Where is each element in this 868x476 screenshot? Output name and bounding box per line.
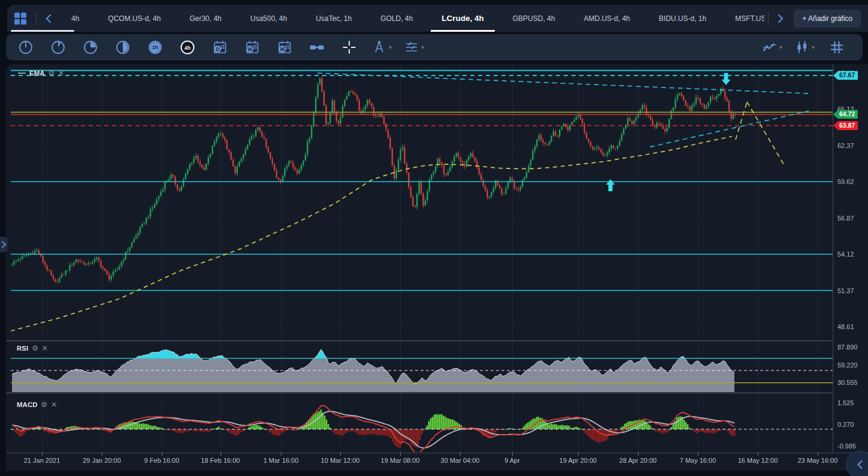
tab-label: GBPUSD, 4h (513, 14, 555, 23)
price-axis-label: 56.87 (837, 215, 854, 222)
tab-bidu-us-d-1h[interactable]: BIDU.US-d, 1h (645, 5, 721, 32)
chart-type-candles-icon (794, 40, 810, 55)
price-axis-label: 54.12 (837, 251, 854, 258)
tab-usatec-1h[interactable]: UsaTec, 1h (301, 5, 366, 32)
price-chart-canvas[interactable] (6, 64, 868, 471)
time-axis-label: 23 May 16:00 (798, 457, 838, 464)
time-axis-label: 30 Mar 04:00 (441, 457, 480, 464)
tabs-scroll-right-icon[interactable] (772, 14, 789, 23)
objects-list-button[interactable]: ▾ (398, 34, 430, 61)
price-badge-64-72: 64.72 (833, 110, 858, 119)
tabs-scroll-left-icon[interactable] (40, 14, 57, 23)
macd-indicator-label: MACD ⚙ ✕ (17, 400, 57, 409)
tab-label: AMD.US-d, 4h (583, 14, 630, 23)
timeframe-m15-button[interactable] (74, 34, 107, 61)
svg-text:M: M (280, 46, 285, 52)
calendar-month-icon: M (277, 40, 292, 55)
timeframe-m1-button[interactable] (10, 34, 42, 61)
time-axis-label: 19 Mar 08:00 (381, 457, 420, 464)
ema-indicator-label: EMA ⚙ ✕ (18, 69, 64, 77)
ema-remove-icon[interactable]: ✕ (58, 69, 64, 77)
time-axis-label: 9 Apr (504, 457, 520, 464)
timeframe-m1-icon (18, 40, 34, 55)
chart-tab-bar: 4hQCOM.US-d, 4hGer30, 4hUsa500, 4hUsaTec… (7, 5, 868, 32)
toolbar-right-group: ▾▾ (758, 34, 859, 61)
timeframe-m30-button[interactable] (107, 34, 139, 61)
timeframe-m30-icon (115, 40, 131, 55)
time-axis-label: 10 Mar 12:00 (321, 457, 360, 464)
ema-line-swatch (18, 73, 26, 74)
svg-text:1h: 1h (152, 44, 158, 50)
rsi-axis-label: 59.220 (837, 361, 858, 369)
calendar-month-button[interactable]: M (268, 34, 301, 61)
tab-4h[interactable]: 4h (57, 5, 93, 32)
macd-axis-label: 0.270 (837, 421, 854, 428)
crosshair-button[interactable] (333, 34, 365, 61)
tab-label: QCOM.US-d, 4h (108, 14, 161, 23)
tab-label: MSFT.US-d, 1h (735, 14, 764, 23)
tab-label: GOLD, 4h (380, 14, 413, 23)
svg-text:W: W (247, 46, 253, 52)
objects-list-caret-icon: ▾ (421, 45, 424, 50)
link-charts-button[interactable] (301, 34, 333, 61)
macd-axis-label: 1.525 (837, 399, 854, 406)
indicators-button[interactable]: ▾ (758, 34, 786, 61)
grid-settings-icon (829, 40, 845, 55)
tab-label: Ger30, 4h (189, 14, 221, 23)
add-chart-button[interactable]: + Añadir gráfico (794, 10, 861, 28)
time-axis-label: 19 Apr 20:00 (559, 457, 597, 464)
ema-label-text: EMA (29, 70, 45, 77)
macd-remove-icon[interactable]: ✕ (51, 400, 57, 409)
timeframe-1h-icon: 1h (147, 40, 163, 55)
timeframe-m5-button[interactable] (42, 34, 74, 61)
price-badge-63-87: 63.87 (833, 121, 858, 130)
time-axis-label: 16 May 12:00 (738, 457, 778, 464)
rsi-remove-icon[interactable]: ✕ (42, 344, 48, 353)
crosshair-icon (341, 40, 357, 55)
grid-settings-button[interactable] (823, 34, 851, 61)
drawing-tools-icon (371, 40, 387, 55)
chart-type-candles-caret-icon: ▾ (812, 45, 815, 50)
macd-settings-icon[interactable]: ⚙ (41, 400, 48, 409)
drawing-tools-button[interactable]: ▾ (365, 34, 398, 61)
indicators-caret-icon: ▾ (779, 45, 782, 50)
price-axis-label: 62.37 (837, 142, 854, 149)
scroll-back-button[interactable] (846, 451, 868, 476)
tab-gold-4h[interactable]: GOLD, 4h (366, 5, 427, 32)
tab-gbpusd-4h[interactable]: GBPUSD, 4h (498, 5, 570, 32)
rsi-settings-icon[interactable]: ⚙ (32, 344, 38, 353)
time-axis-label: 1 Mar 16:00 (264, 457, 299, 464)
timeframe-1h-button[interactable]: 1h (139, 34, 171, 61)
toolbar-left-group: 1h4hDWM▾▾ (10, 34, 430, 61)
time-axis-label: 9 Feb 16:00 (144, 457, 180, 464)
tab-amd-us-d-4h[interactable]: AMD.US-d, 4h (569, 5, 644, 32)
sidebar-expander[interactable] (0, 237, 8, 252)
calendar-day-button[interactable]: D (204, 34, 236, 61)
svg-text:D: D (216, 46, 219, 52)
tab-usa500-4h[interactable]: Usa500, 4h (236, 5, 301, 32)
link-charts-icon (309, 40, 325, 55)
tab-label: UsaTec, 1h (316, 14, 352, 23)
tab-ger30-4h[interactable]: Ger30, 4h (175, 5, 235, 32)
instrument-tabs: 4hQCOM.US-d, 4hGer30, 4hUsa500, 4hUsaTec… (57, 5, 764, 32)
timeframe-4h-button[interactable]: 4h (171, 34, 204, 61)
tab-msft-us-d-1h[interactable]: MSFT.US-d, 1h (721, 5, 764, 32)
apps-grid-icon[interactable] (13, 11, 28, 26)
ema-settings-icon[interactable]: ⚙ (49, 69, 55, 77)
indicators-icon (762, 40, 778, 55)
time-axis-label: 18 Feb 16:00 (201, 457, 240, 464)
chart-toolbar: 1h4hDWM▾▾ ▾▾ (6, 34, 863, 61)
rsi-label-text: RSI (17, 345, 28, 352)
tabs-scrollbar[interactable] (11, 30, 74, 32)
tab-lcrude-4h[interactable]: LCrude, 4h (427, 5, 498, 32)
calendar-week-button[interactable]: W (236, 34, 268, 61)
apps-grid-glyph (13, 11, 28, 26)
tab-label: BIDU.US-d, 1h (659, 14, 706, 23)
objects-list-icon (404, 40, 419, 55)
tab-label: 4h (71, 14, 79, 23)
tab-qcom-us-d-4h[interactable]: QCOM.US-d, 4h (93, 5, 175, 32)
rsi-indicator-label: RSI ⚙ ✕ (17, 344, 48, 353)
chart-type-candles-button[interactable]: ▾ (791, 34, 818, 61)
time-axis-label: 21 Jan 2021 (24, 457, 61, 464)
timeframe-m5-icon (50, 40, 66, 55)
